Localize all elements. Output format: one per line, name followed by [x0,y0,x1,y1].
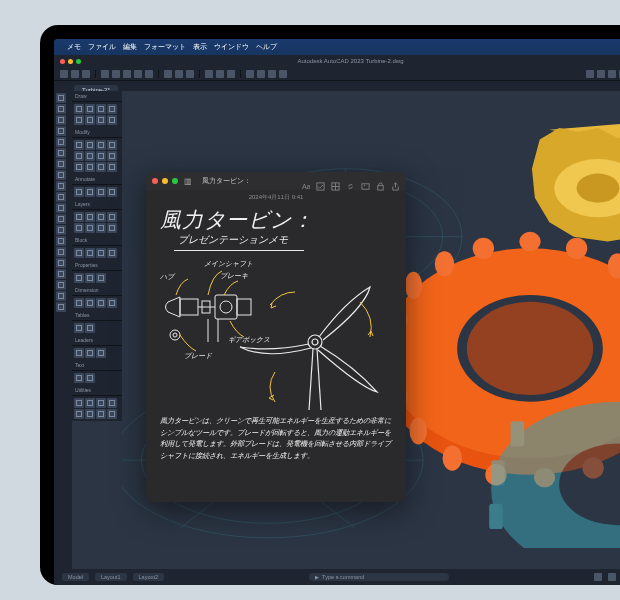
layout-tab-layout1[interactable]: Layout1 [95,573,127,581]
utilities-tool-icon[interactable] [107,398,117,408]
ribbon-tool-icon[interactable] [227,70,235,78]
block-tool-icon[interactable] [107,248,117,258]
block-tool-icon[interactable] [74,248,84,258]
properties-tool-icon[interactable] [85,273,95,283]
palette-tool-icon[interactable] [56,236,66,246]
annotate-tool-icon[interactable] [96,187,106,197]
minimize-icon[interactable] [68,59,73,64]
palette-tool-icon[interactable] [56,269,66,279]
layout-tab-layout2[interactable]: Layout2 [133,573,165,581]
modify-tool-icon[interactable] [96,151,106,161]
menubar-item-window[interactable]: ウインドウ [214,42,249,52]
lock-icon[interactable] [376,177,385,186]
palette-section-properties[interactable]: Properties [72,260,122,271]
dimension-tool-icon[interactable] [96,298,106,308]
modify-tool-icon[interactable] [107,162,117,172]
modify-tool-icon[interactable] [85,162,95,172]
utilities-tool-icon[interactable] [107,409,117,419]
draw-tool-icon[interactable] [85,104,95,114]
palette-tool-icon[interactable] [56,126,66,136]
utilities-tool-icon[interactable] [85,398,95,408]
leaders-tool-icon[interactable] [74,348,84,358]
ribbon-tool-icon[interactable] [175,70,183,78]
palette-tool-icon[interactable] [56,302,66,312]
utilities-tool-icon[interactable] [96,409,106,419]
photos-icon[interactable] [361,177,370,186]
palette-tool-icon[interactable] [56,104,66,114]
modify-tool-icon[interactable] [74,162,84,172]
layers-tool-icon[interactable] [107,212,117,222]
utilities-tool-icon[interactable] [96,398,106,408]
palette-tool-icon[interactable] [56,192,66,202]
command-input[interactable]: Type a command [309,573,449,581]
macos-menubar[interactable]: メモ ファイル 編集 フォーマット 表示 ウインドウ ヘルプ [54,39,620,55]
annotate-tool-icon[interactable] [107,187,117,197]
palette-tool-icon[interactable] [56,203,66,213]
draw-tool-icon[interactable] [85,115,95,125]
ribbon-tool-icon[interactable] [205,70,213,78]
maximize-icon[interactable] [76,59,81,64]
ribbon-tool-icon[interactable] [246,70,254,78]
tables-tool-icon[interactable] [85,323,95,333]
ribbon-tool-icon[interactable] [112,70,120,78]
text-tool-icon[interactable] [74,373,84,383]
draw-tool-icon[interactable] [96,104,106,114]
text-tool-icon[interactable] [85,373,95,383]
menubar-item-format[interactable]: フォーマット [144,42,186,52]
palette-tool-icon[interactable] [56,291,66,301]
modify-tool-icon[interactable] [107,140,117,150]
utilities-tool-icon[interactable] [74,409,84,419]
modify-tool-icon[interactable] [96,140,106,150]
utilities-tool-icon[interactable] [85,409,95,419]
palette-tool-icon[interactable] [56,170,66,180]
palette-tool-icon[interactable] [56,159,66,169]
autocad-traffic-lights[interactable] [60,59,81,64]
leaders-tool-icon[interactable] [96,348,106,358]
ribbon-tool-icon[interactable] [71,70,79,78]
modify-tool-icon[interactable] [96,162,106,172]
palette-section-block[interactable]: Block [72,235,122,246]
maximize-icon[interactable] [172,178,178,184]
ribbon-tool-icon[interactable] [597,70,605,78]
modify-tool-icon[interactable] [74,151,84,161]
palette-tool-icon[interactable] [56,137,66,147]
palette-tool-icon[interactable] [56,148,66,158]
tables-tool-icon[interactable] [74,323,84,333]
notes-traffic-lights[interactable] [152,178,178,184]
notes-body[interactable]: 風力タービン： プレゼンテーションメモ [146,204,406,502]
modify-tool-icon[interactable] [85,140,95,150]
menubar-item-edit[interactable]: 編集 [123,42,137,52]
table-icon[interactable] [331,177,340,186]
menubar-item-view[interactable]: 表示 [193,42,207,52]
menubar-item-help[interactable]: ヘルプ [256,42,277,52]
draw-tool-icon[interactable] [74,104,84,114]
modify-tool-icon[interactable] [85,151,95,161]
leaders-tool-icon[interactable] [85,348,95,358]
checklist-icon[interactable] [316,177,325,186]
notes-folder-icon[interactable]: ▥ [184,177,192,186]
ribbon-tool-icon[interactable] [257,70,265,78]
format-icon[interactable]: Aa [301,177,310,186]
dimension-tool-icon[interactable] [107,298,117,308]
annotate-tool-icon[interactable] [74,187,84,197]
block-tool-icon[interactable] [85,248,95,258]
palette-section-dimension[interactable]: Dimension [72,285,122,296]
block-tool-icon[interactable] [96,248,106,258]
ribbon-tool-icon[interactable] [164,70,172,78]
layout-tab-model[interactable]: Model [62,573,89,581]
link-icon[interactable] [346,177,355,186]
modify-tool-icon[interactable] [107,151,117,161]
properties-tool-icon[interactable] [74,273,84,283]
notes-app-window[interactable]: ▥ 風力タービン： Aa 2024年4月11日 9:41 風力タービン： プレゼ… [146,172,406,502]
minimize-icon[interactable] [162,178,168,184]
ribbon-tool-icon[interactable] [123,70,131,78]
share-icon[interactable] [391,177,400,186]
palette-tool-icon[interactable] [56,225,66,235]
dimension-tool-icon[interactable] [74,298,84,308]
draw-tool-icon[interactable] [107,115,117,125]
ribbon-tool-icon[interactable] [101,70,109,78]
ribbon-tool-icon[interactable] [279,70,287,78]
palette-section-draw[interactable]: Draw [72,91,122,102]
palette-section-utilities[interactable]: Utilities [72,385,122,396]
palette-tool-icon[interactable] [56,247,66,257]
